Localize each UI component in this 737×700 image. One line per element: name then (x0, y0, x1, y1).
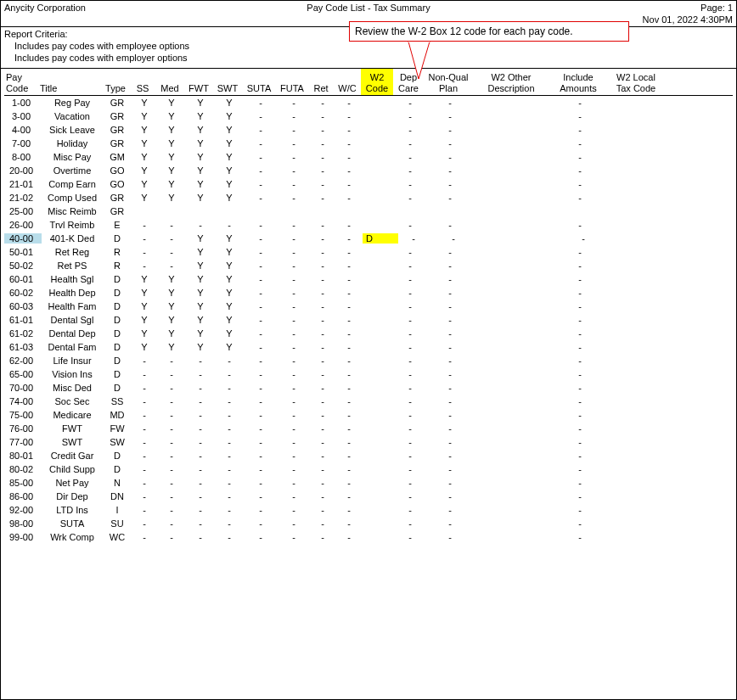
cell-wc: - (335, 111, 363, 121)
cell-wc: - (335, 125, 363, 135)
cell-ret: - (310, 451, 335, 461)
cell-wc: - (335, 193, 363, 203)
cell-ret: - (310, 423, 335, 434)
table-row: 86-00Dir DepDN----------- (4, 490, 733, 503)
cell-type: GO (103, 179, 132, 189)
cell-code: 60-02 (4, 288, 42, 298)
cell-suta: - (244, 138, 278, 148)
cell-inc: - (551, 111, 609, 121)
table-row: 99-00Wrk CompWC----------- (4, 530, 733, 544)
cell-swt: Y (215, 288, 244, 298)
cell-code: 92-00 (4, 505, 42, 515)
cell-inc: - (551, 315, 609, 325)
cell-type: D (103, 369, 132, 379)
cell-code: 74-00 (4, 396, 42, 406)
cell-nq: - (425, 464, 475, 474)
cell-ss: Y (132, 342, 157, 352)
cell-med: - (157, 491, 186, 501)
cell-med: Y (157, 315, 186, 325)
cell-futa: - (278, 152, 310, 162)
cell-wc: - (335, 233, 363, 244)
cell-ret: - (310, 125, 335, 135)
cell-dep: - (395, 396, 425, 406)
cell-suta: - (244, 260, 278, 271)
cell-futa: - (278, 328, 310, 339)
cell-title: Reg Pay (42, 98, 103, 108)
cell-wc: - (335, 437, 363, 447)
cell-nq: - (425, 328, 475, 339)
cell-fwt: Y (186, 125, 215, 135)
cell-dep: - (395, 505, 425, 515)
cell-med: - (157, 423, 186, 434)
cell-ret: - (310, 274, 335, 284)
cell-fwt: - (186, 451, 215, 461)
table-row: 50-01Ret RegR--YY------- (4, 245, 733, 259)
cell-futa: - (278, 410, 310, 420)
cell-dep: - (395, 288, 425, 298)
cell-wc: - (335, 532, 363, 542)
cell-suta: - (244, 193, 278, 203)
cell-med: - (157, 532, 186, 542)
cell-ret: - (310, 111, 335, 121)
cell-nq: - (425, 247, 475, 257)
cell-nq: - (425, 288, 475, 298)
cell-fwt: - (186, 396, 215, 406)
table-row: 61-02Dental DepDYYYY------- (4, 327, 733, 340)
cell-code: 40-00 (4, 233, 42, 244)
cell-swt: - (215, 396, 244, 406)
cell-wc: - (335, 410, 363, 420)
cell-type: I (103, 505, 132, 515)
cell-title: Sick Leave (42, 125, 103, 135)
cell-type: D (103, 451, 132, 461)
cell-futa: - (278, 464, 310, 474)
cell-ss: Y (132, 111, 157, 121)
col-ret: Ret (308, 80, 334, 96)
cell-inc: - (551, 505, 609, 515)
table-row: 21-01Comp EarnGOYYYY------- (4, 177, 733, 191)
cell-inc: - (551, 152, 609, 162)
cell-futa: - (278, 98, 310, 108)
cell-code: 80-02 (4, 464, 42, 474)
cell-ret: - (310, 247, 335, 257)
cell-title: 401-K Ded (42, 233, 103, 244)
cell-suta: - (244, 220, 278, 230)
cell-suta: - (244, 491, 278, 501)
cell-ss: - (132, 423, 157, 434)
cell-ss: - (132, 410, 157, 420)
cell-fwt: - (186, 464, 215, 474)
cell-dep: - (398, 233, 429, 244)
cell-inc: - (551, 274, 609, 284)
cell-med: - (157, 478, 186, 488)
cell-suta: - (244, 165, 278, 176)
cell-ret: - (310, 193, 335, 203)
cell-code: 61-03 (4, 342, 42, 352)
cell-swt: - (215, 518, 244, 529)
col-fwt: FWT (184, 80, 213, 96)
cell-futa: - (278, 301, 310, 311)
cell-fwt: Y (186, 193, 215, 203)
cell-nq: - (425, 451, 475, 461)
cell-dep: - (395, 451, 425, 461)
cell-nq: - (425, 301, 475, 311)
cell-med: Y (157, 98, 186, 108)
cell-ret: - (310, 138, 335, 148)
cell-suta: - (244, 369, 278, 379)
cell-suta: - (244, 315, 278, 325)
cell-swt: Y (215, 138, 244, 148)
cell-inc: - (551, 518, 609, 529)
cell-inc: - (551, 383, 609, 393)
cell-type: SU (103, 518, 132, 529)
cell-nq: - (425, 98, 475, 108)
cell-ss: - (132, 356, 157, 366)
cell-swt: Y (215, 274, 244, 284)
col-title: Title (40, 80, 101, 96)
cell-wc: - (335, 518, 363, 529)
cell-med: Y (157, 342, 186, 352)
cell-nq: - (425, 179, 475, 189)
cell-title: Dental Dep (42, 328, 103, 339)
cell-w2: D (363, 233, 398, 244)
cell-title: LTD Ins (42, 505, 103, 515)
cell-inc: - (551, 98, 609, 108)
cell-ss: Y (132, 274, 157, 284)
cell-fwt: Y (186, 328, 215, 339)
